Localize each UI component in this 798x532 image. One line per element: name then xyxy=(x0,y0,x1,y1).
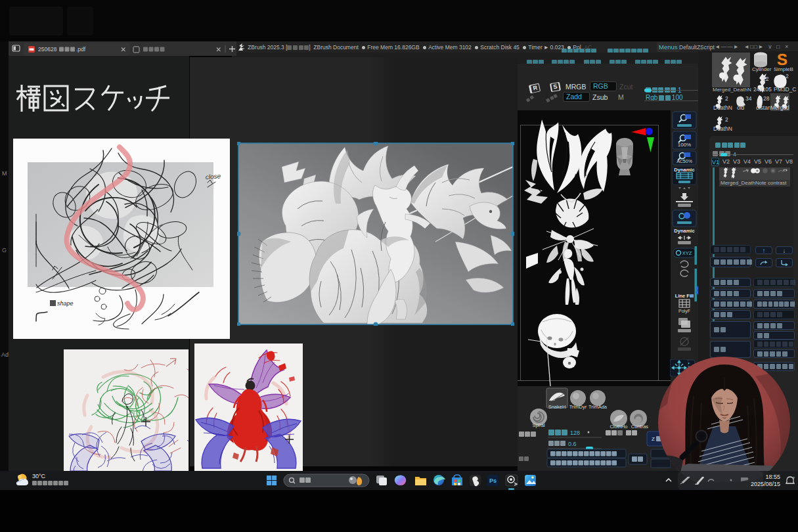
svg-text:SnakeH: SnakeH xyxy=(548,404,566,410)
svg-text:DeathN: DeathN xyxy=(713,125,732,132)
svg-text:Merged: Merged xyxy=(770,104,789,111)
svg-text:0.6: 0.6 xyxy=(568,441,577,447)
svg-text:SimpleB: SimpleB xyxy=(774,66,793,72)
svg-text:18:55: 18:55 xyxy=(765,474,780,480)
svg-text:30°C: 30°C xyxy=(32,473,46,479)
svg-text:128: 128 xyxy=(570,430,580,436)
svg-text:PolyF: PolyF xyxy=(678,309,690,314)
svg-text:Dynamic: Dynamic xyxy=(674,167,694,173)
svg-text:Dynamic: Dynamic xyxy=(674,228,694,234)
svg-text:2: 2 xyxy=(725,95,728,102)
svg-text:DeathN: DeathN xyxy=(713,104,732,111)
svg-text:.pdf: .pdf xyxy=(76,46,86,53)
svg-text:z: z xyxy=(793,476,795,479)
svg-text:22: 22 xyxy=(763,76,769,82)
svg-text:34: 34 xyxy=(745,95,752,102)
svg-text:Line Fill: Line Fill xyxy=(675,293,694,299)
svg-text:2025/08/15: 2025/08/15 xyxy=(751,481,780,487)
svg-text:250628: 250628 xyxy=(38,46,57,53)
svg-text:Merged_DeathN: Merged_DeathN xyxy=(713,87,751,93)
svg-text:100%: 100% xyxy=(678,142,691,148)
svg-text:ClothHo: ClothHo xyxy=(610,424,627,430)
svg-text:XYZ: XYZ xyxy=(682,250,692,256)
svg-text:Z: Z xyxy=(652,436,655,442)
svg-text:241105: 241105 xyxy=(753,86,772,93)
svg-text:TrimAda: TrimAda xyxy=(588,404,608,410)
svg-text:2: 2 xyxy=(786,73,789,79)
svg-text:Contras: Contras xyxy=(631,424,649,430)
svg-text:TrimDyr: TrimDyr xyxy=(569,404,587,410)
svg-text:Spiral: Spiral xyxy=(532,422,545,428)
svg-text:2: 2 xyxy=(725,116,728,123)
svg-text:PM3D_C: PM3D_C xyxy=(774,86,796,93)
svg-text:28: 28 xyxy=(763,95,770,102)
svg-text:AC50%: AC50% xyxy=(676,159,692,164)
svg-text:Cylinder: Cylinder xyxy=(752,66,772,72)
svg-text:old: old xyxy=(737,104,745,111)
svg-text:Ps: Ps xyxy=(489,477,497,484)
svg-text:shape: shape xyxy=(57,300,74,307)
svg-text:close: close xyxy=(205,172,221,181)
